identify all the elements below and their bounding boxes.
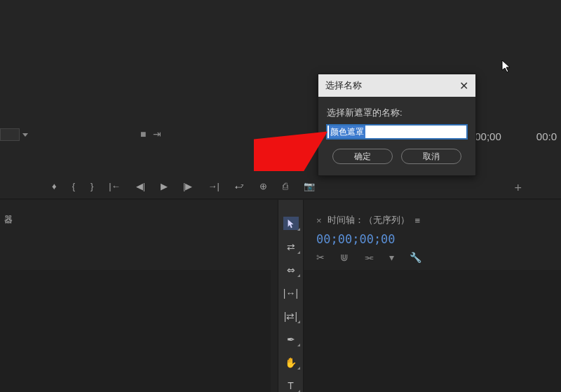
overwrite-button[interactable]: ⊕	[259, 181, 267, 191]
camera-icon[interactable]: 📷	[304, 181, 315, 191]
dialog-field-label: 选择新遮罩的名称:	[327, 107, 467, 119]
mark-in-button[interactable]: {	[72, 181, 75, 191]
mark-out-button[interactable]: }	[90, 181, 93, 191]
monitor-timecodes: 00;00 00:0	[475, 130, 557, 142]
go-to-out-button[interactable]: →|	[208, 181, 219, 191]
pointer-icon	[286, 219, 296, 229]
chevron-down-icon	[22, 133, 28, 137]
pen-tool[interactable]: ✒	[283, 332, 299, 346]
play-button[interactable]: ▶	[161, 181, 168, 191]
selection-tool[interactable]	[283, 217, 299, 230]
dialog-titlebar[interactable]: 选择名称 ✕	[318, 74, 475, 97]
dialog-button-row: 确定 取消	[327, 149, 467, 164]
zoom-dropdown-box[interactable]	[0, 128, 20, 141]
linked-selection-icon[interactable]: ⫘	[364, 252, 374, 263]
timeline-panel: × 时间轴：（无序列） ≡ 00;00;00;00 ✂ ⋓ ⫘ ▾ 🔧 在此	[304, 200, 561, 392]
matte-name-input[interactable]: 颜色遮罩	[327, 125, 467, 139]
add-marker-icon[interactable]: ▾	[389, 252, 394, 263]
dialog-title: 选择名称	[325, 79, 362, 92]
timeline-timecode[interactable]: 00;00;00;00	[316, 232, 396, 246]
timeline-toolbar: ✂ ⋓ ⫘ ▾ 🔧	[316, 252, 421, 263]
program-monitor-panel: ■ ⇥ 00;00 00:0 ♦ { } |← ◀| ▶ |▶ →| ⮐ ⊕ ⎙…	[0, 0, 561, 199]
project-panel: 器 0 个项 导入媒体以开始	[0, 200, 278, 392]
timeline-tab-label: 时间轴：（无序列）	[327, 214, 410, 227]
ripple-edit-tool[interactable]: ⇔	[283, 263, 299, 276]
monitor-mini-toolbar: ■ ⇥	[140, 128, 161, 140]
insert-button[interactable]: ⮐	[235, 181, 244, 191]
choose-name-dialog: 选择名称 ✕ 选择新遮罩的名称: 颜色遮罩 确定 取消	[318, 74, 476, 176]
close-icon[interactable]: ✕	[459, 79, 468, 93]
step-back-button[interactable]: ◀|	[136, 181, 145, 191]
panel-title-truncated: 器	[4, 214, 13, 226]
slip-tool[interactable]: |⇄|	[283, 309, 299, 323]
duration-timecode-partial: 00:0	[536, 130, 557, 142]
matte-name-input-value: 颜色遮罩	[329, 126, 365, 138]
step-end-icon[interactable]: ⇥	[153, 128, 161, 140]
timeline-track-area[interactable]: 在此	[304, 270, 561, 392]
nest-sequence-icon[interactable]: ✂	[316, 252, 325, 263]
step-forward-button[interactable]: |▶	[183, 181, 192, 191]
hand-tool[interactable]: ✋	[283, 356, 299, 369]
go-to-in-button[interactable]: |←	[109, 181, 120, 191]
ok-button[interactable]: 确定	[332, 149, 393, 164]
razor-tool[interactable]: |↔|	[283, 286, 299, 299]
button-editor-plus[interactable]: +	[514, 181, 522, 196]
panel-menu-icon[interactable]: ≡	[415, 215, 421, 226]
marker-button[interactable]: ♦	[52, 181, 57, 191]
out-timecode-partial: 00;00	[475, 130, 501, 142]
track-select-tool[interactable]: ⇄	[283, 240, 299, 253]
cancel-button[interactable]: 取消	[401, 149, 461, 164]
zoom-dropdown[interactable]	[0, 128, 28, 141]
export-frame-button[interactable]: ⎙	[283, 181, 288, 191]
project-drop-area[interactable]: 导入媒体以开始	[0, 270, 271, 392]
bottom-panels: 器 0 个项 导入媒体以开始 ⇄ ⇔ |↔| |⇄| ✒ ✋ T × 时间轴：（…	[0, 200, 561, 392]
stop-icon[interactable]: ■	[140, 128, 146, 140]
transport-controls: ♦ { } |← ◀| ▶ |▶ →| ⮐ ⊕ ⎙ 📷	[52, 181, 315, 191]
settings-icon[interactable]: 🔧	[410, 252, 421, 263]
timeline-tab[interactable]: × 时间轴：（无序列） ≡	[316, 214, 420, 227]
type-tool[interactable]: T	[283, 379, 299, 392]
tools-panel: ⇄ ⇔ |↔| |⇄| ✒ ✋ T	[278, 200, 304, 392]
dialog-body: 选择新遮罩的名称: 颜色遮罩 确定 取消	[318, 97, 475, 175]
snap-icon[interactable]: ⋓	[340, 252, 349, 263]
close-icon[interactable]: ×	[316, 215, 322, 226]
